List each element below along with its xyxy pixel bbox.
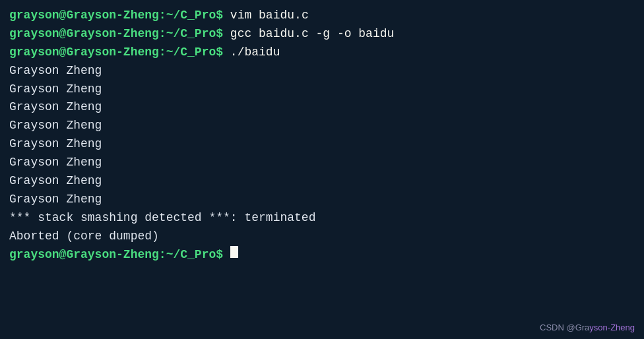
- output-line-8: Grayson Zheng: [9, 191, 635, 209]
- output-line-2: Grayson Zheng: [9, 80, 635, 99]
- output-line-1: Grayson Zheng: [9, 62, 635, 80]
- error-line: *** stack smashing detected ***: termina…: [9, 209, 635, 228]
- prompt-1: grayson@Grayson-Zheng:~/C_Pro$: [9, 7, 230, 25]
- final-prompt-line: grayson@Grayson-Zheng:~/C_Pro$: [9, 246, 635, 264]
- aborted-line: Aborted (core dumped): [9, 228, 635, 246]
- terminal-cursor: [230, 246, 238, 258]
- terminal-line-2: grayson@Grayson-Zheng:~/C_Pro$ gcc baidu…: [9, 25, 635, 44]
- terminal-line-3: grayson@Grayson-Zheng:~/C_Pro$ ./baidu: [9, 44, 635, 62]
- prompt-3: grayson@Grayson-Zheng:~/C_Pro$: [9, 44, 230, 62]
- prompt-2: grayson@Grayson-Zheng:~/C_Pro$: [9, 25, 230, 44]
- output-line-5: Grayson Zheng: [9, 135, 635, 154]
- watermark-highlight: yson-Zheng: [589, 323, 635, 332]
- terminal-line-1: grayson@Grayson-Zheng:~/C_Pro$ vim baidu…: [9, 7, 635, 25]
- output-line-6: Grayson Zheng: [9, 154, 635, 172]
- cmd-1: vim baidu.c: [230, 7, 309, 25]
- terminal-window: grayson@Grayson-Zheng:~/C_Pro$ vim baidu…: [0, 0, 644, 339]
- output-line-7: Grayson Zheng: [9, 172, 635, 191]
- output-line-3: Grayson Zheng: [9, 98, 635, 117]
- output-line-4: Grayson Zheng: [9, 117, 635, 135]
- cmd-3: ./baidu: [230, 44, 280, 62]
- cmd-2: gcc baidu.c -g -o baidu: [230, 25, 394, 44]
- watermark: CSDN @Grayson-Zheng: [540, 323, 635, 332]
- final-prompt: grayson@Grayson-Zheng:~/C_Pro$: [9, 246, 230, 264]
